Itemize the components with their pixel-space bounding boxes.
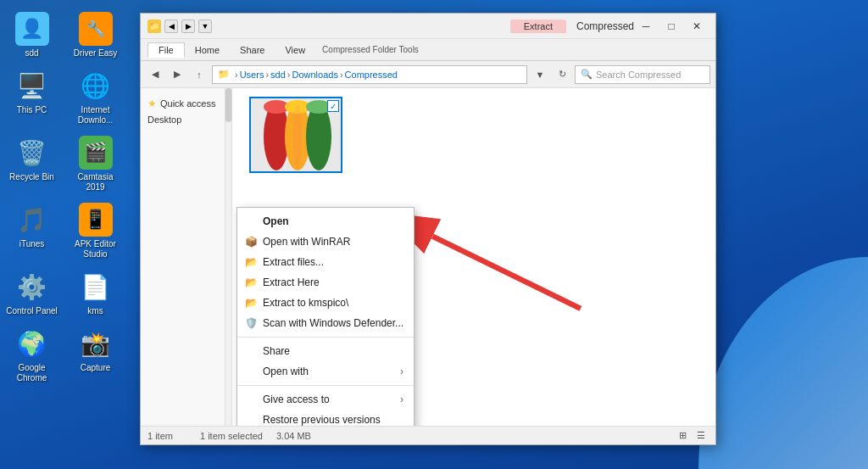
svg-line-8 — [432, 237, 581, 309]
search-box[interactable]: 🔍 Search Compressed — [575, 65, 710, 84]
tb-forward-btn[interactable]: ▶ — [181, 20, 195, 33]
this-pc-icon: 🖥️ — [15, 69, 49, 103]
ctx-share[interactable]: Share — [237, 341, 414, 361]
view-buttons: ⊞ ☰ — [675, 429, 709, 443]
chrome-icon: 🌍 — [15, 327, 49, 360]
ctx-section-2: Give access to › Restore previous versio… — [237, 386, 414, 426]
maximize-button[interactable]: □ — [659, 18, 683, 35]
extract-to-icon: 📂 — [244, 296, 258, 310]
ctx-open[interactable]: Open — [237, 211, 414, 232]
driver-easy-icon: 🔧 — [79, 12, 113, 46]
ctx-extract-to[interactable]: 📂 Extract to kmspico\ — [237, 293, 414, 313]
search-icon: 🔍 — [581, 69, 593, 80]
grid-view-button[interactable]: ⊞ — [675, 429, 690, 443]
internet-download-icon: 🌐 — [79, 69, 113, 103]
desktop-icon-this-pc[interactable]: 🖥️ This PC — [0, 64, 64, 131]
ctx-extract-files[interactable]: 📂 Extract files... — [237, 252, 414, 272]
tb-back-btn[interactable]: ◀ — [164, 20, 178, 33]
path-part-users[interactable]: Users — [240, 70, 264, 80]
desktop-icon-control-panel[interactable]: ⚙️ Control Panel — [0, 265, 64, 321]
compressed-folder-tools-label: Compressed Folder Tools — [322, 45, 419, 54]
apk-editor-icon: 📱 — [79, 203, 113, 237]
extract-here-icon: 📂 — [244, 276, 258, 289]
path-part-downloads[interactable]: Downloads — [292, 70, 338, 80]
content-area: ★ Quick access Desktop — [141, 88, 715, 426]
tab-home[interactable]: Home — [185, 43, 230, 57]
title-bar-left: 📁 ◀ ▶ ▼ — [147, 20, 510, 33]
ribbon-tabs: File Home Share View Compressed Folder T… — [141, 39, 715, 61]
sdd-icon: 👤 — [15, 12, 49, 46]
camtasia-label: Camtasia 2019 — [67, 172, 124, 193]
desktop-icon-kms[interactable]: 📄 kms — [64, 265, 127, 321]
window-title: Compressed — [576, 20, 634, 32]
desktop-icon-chrome[interactable]: 🌍 Google Chrome — [0, 321, 64, 388]
itunes-icon: 🎵 — [15, 203, 49, 237]
extract-files-icon: 📂 — [244, 255, 258, 269]
control-panel-label: Control Panel — [6, 306, 58, 316]
this-pc-label: This PC — [17, 105, 47, 115]
ctx-restore-versions-label: Restore previous versions — [263, 414, 381, 426]
desktop-icon-sdd[interactable]: 👤 sdd — [0, 7, 64, 64]
desktop-icon-apk-editor[interactable]: 📱 APK Editor Studio — [64, 198, 127, 265]
dropdown-button[interactable]: ▼ — [531, 65, 549, 84]
chrome-label: Google Chrome — [3, 363, 60, 383]
star-icon: ★ — [147, 98, 157, 109]
ctx-open-winrar-label: Open with WinRAR — [263, 236, 350, 248]
minimize-button[interactable]: ─ — [634, 18, 658, 35]
forward-button[interactable]: ▶ — [168, 65, 186, 84]
close-button[interactable]: ✕ — [685, 18, 709, 35]
ctx-section-0: Open 📦 Open with WinRAR 📂 Extract files.… — [237, 208, 414, 338]
address-path[interactable]: 📁 › Users › sdd › Downloads › Compressed — [212, 65, 527, 84]
file-area: ✓ Open 📦 Open with WinRAR 📂 Extract file… — [232, 88, 715, 426]
camtasia-icon: 🎬 — [79, 136, 113, 170]
path-separator-2: › — [287, 70, 291, 80]
desktop-icon-internet-download[interactable]: 🌐 Internet Downlo... — [64, 64, 127, 131]
scrollbar-thumb[interactable] — [225, 88, 231, 122]
apk-editor-label: APK Editor Studio — [67, 239, 124, 260]
title-bar: 📁 ◀ ▶ ▼ Extract Compressed ─ □ ✕ — [141, 14, 715, 39]
tab-view[interactable]: View — [275, 43, 315, 57]
list-view-button[interactable]: ☰ — [693, 429, 709, 443]
ctx-scan-defender[interactable]: 🛡️ Scan with Windows Defender... — [237, 313, 414, 333]
nav-desktop[interactable]: Desktop — [144, 112, 221, 127]
context-menu: Open 📦 Open with WinRAR 📂 Extract files.… — [236, 207, 415, 426]
ctx-open-with[interactable]: Open with › — [237, 361, 414, 382]
capture-icon: 📸 — [79, 327, 113, 360]
ctx-open-label: Open — [263, 215, 289, 227]
itunes-label: iTunes — [19, 239, 45, 249]
extract-tab[interactable]: Extract — [510, 20, 566, 33]
explorer-window: 📁 ◀ ▶ ▼ Extract Compressed ─ □ ✕ File Ho… — [140, 13, 716, 445]
desktop-icon-driver-easy[interactable]: 🔧 Driver Easy — [64, 7, 127, 64]
tab-share[interactable]: Share — [230, 43, 275, 57]
ctx-give-access[interactable]: Give access to › — [237, 389, 414, 410]
path-part-sdd[interactable]: sdd — [270, 70, 286, 80]
status-count: 1 item — [147, 431, 173, 441]
ctx-restore-versions[interactable]: Restore previous versions — [237, 410, 414, 426]
file-thumbnail[interactable]: ✓ — [249, 97, 342, 173]
path-separator-0: › — [235, 70, 238, 80]
ctx-scan-defender-label: Scan with Windows Defender... — [263, 317, 403, 329]
status-selected: 1 item selected — [200, 431, 263, 441]
desktop-icon-camtasia[interactable]: 🎬 Camtasia 2019 — [64, 131, 127, 198]
path-part-compressed[interactable]: Compressed — [345, 70, 398, 80]
svg-point-6 — [293, 104, 302, 169]
desktop-icon-itunes[interactable]: 🎵 iTunes — [0, 198, 64, 265]
tab-file[interactable]: File — [147, 42, 185, 58]
nav-scrollbar[interactable] — [225, 88, 232, 426]
open-with-arrow: › — [400, 366, 403, 377]
back-button[interactable]: ◀ — [146, 65, 164, 84]
desktop-icon-recycle-bin[interactable]: 🗑️ Recycle Bin — [0, 131, 64, 198]
status-size: 3.04 MB — [276, 431, 311, 441]
tb-down-btn[interactable]: ▼ — [198, 20, 212, 33]
ctx-extract-here[interactable]: 📂 Extract Here — [237, 272, 414, 293]
refresh-button[interactable]: ↻ — [553, 65, 571, 84]
ctx-give-access-label: Give access to — [263, 394, 330, 405]
file-checkbox[interactable]: ✓ — [327, 100, 339, 112]
ctx-open-winrar[interactable]: 📦 Open with WinRAR — [237, 232, 414, 252]
desktop-icon-capture[interactable]: 📸 Capture — [64, 321, 127, 388]
recycle-bin-label: Recycle Bin — [9, 172, 54, 182]
folder-icon: 📁 — [147, 20, 161, 33]
nav-quick-access[interactable]: ★ Quick access — [144, 95, 221, 112]
ctx-open-with-label: Open with — [263, 366, 309, 377]
up-button[interactable]: ↑ — [190, 65, 209, 84]
